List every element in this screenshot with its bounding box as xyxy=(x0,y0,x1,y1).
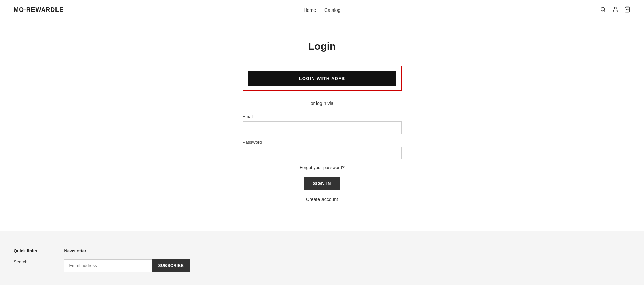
create-account-link[interactable]: Create account xyxy=(306,197,338,202)
adfs-wrapper: LOGIN WITH ADFS xyxy=(243,66,402,91)
password-form-group: Password xyxy=(243,140,402,159)
svg-line-1 xyxy=(604,10,605,12)
password-label: Password xyxy=(243,140,402,145)
password-input[interactable] xyxy=(243,147,402,159)
nav-catalog[interactable]: Catalog xyxy=(324,7,340,13)
forgot-password-link[interactable]: Forgot your password? xyxy=(299,165,345,170)
footer-search-link[interactable]: Search xyxy=(14,259,37,264)
site-logo[interactable]: MO-REWARDLE xyxy=(14,6,64,14)
email-label: Email xyxy=(243,114,402,119)
login-with-adfs-button[interactable]: LOGIN WITH ADFS xyxy=(248,71,396,86)
newsletter-section: Newsletter SUBSCRIBE xyxy=(64,248,190,272)
sign-in-button[interactable]: SIGN IN xyxy=(304,177,340,190)
newsletter-title: Newsletter xyxy=(64,248,190,253)
site-header: MO-REWARDLE Home Catalog xyxy=(0,0,644,20)
login-container: LOGIN WITH ADFS or login via Email Passw… xyxy=(243,66,402,202)
search-icon[interactable] xyxy=(600,6,606,14)
svg-point-0 xyxy=(601,7,605,11)
svg-point-2 xyxy=(614,7,616,9)
quick-links-title: Quick links xyxy=(14,248,37,253)
or-login-text: or login via xyxy=(311,101,334,106)
header-icons xyxy=(600,6,630,14)
site-footer: Quick links Search Newsletter SUBSCRIBE xyxy=(0,231,644,285)
email-input[interactable] xyxy=(243,121,402,134)
email-form-group: Email xyxy=(243,114,402,134)
header-nav: Home Catalog xyxy=(304,7,341,13)
page-title: Login xyxy=(308,41,336,52)
quick-links-section: Quick links Search xyxy=(14,248,37,272)
newsletter-email-input[interactable] xyxy=(64,259,152,272)
cart-icon[interactable] xyxy=(624,6,630,14)
login-icon[interactable] xyxy=(612,6,618,14)
subscribe-button[interactable]: SUBSCRIBE xyxy=(152,259,190,272)
nav-home[interactable]: Home xyxy=(304,7,316,13)
newsletter-form: SUBSCRIBE xyxy=(64,259,190,272)
main-content: Login LOGIN WITH ADFS or login via Email… xyxy=(0,20,644,231)
